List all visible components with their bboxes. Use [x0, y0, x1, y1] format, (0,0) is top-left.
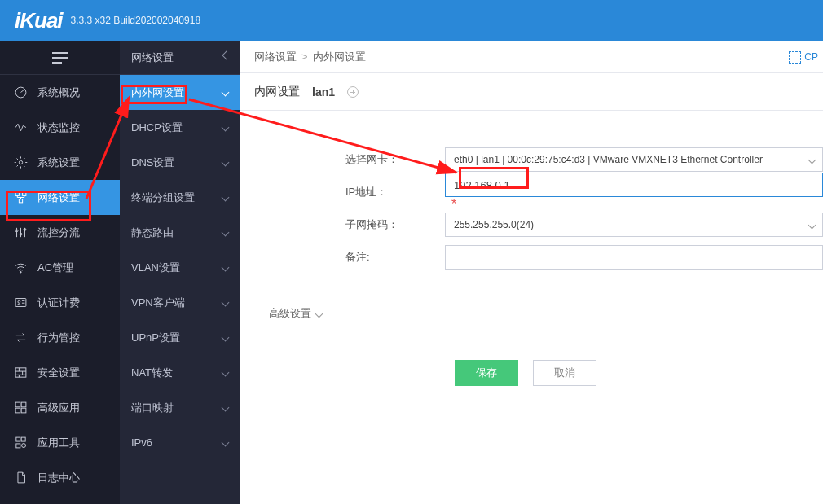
subnav-item-3[interactable]: 终端分组设置 — [120, 180, 240, 215]
subnav-item-label: DNS设置 — [131, 156, 174, 170]
nav-item-sliders[interactable]: 流控分流 — [0, 215, 120, 250]
nav-item-gear[interactable]: 系统设置 — [0, 145, 120, 180]
subnav-item-2[interactable]: DNS设置 — [120, 145, 240, 180]
tab-lan-label[interactable]: 内网设置 — [254, 85, 300, 99]
breadcrumb-leaf: 内外网设置 — [313, 50, 366, 64]
subnav-item-0[interactable]: 内外网设置 — [120, 75, 240, 110]
advanced-toggle[interactable]: 高级设置 — [269, 306, 823, 321]
chevron-down-icon — [315, 309, 323, 318]
nav-item-label: 流控分流 — [37, 226, 80, 240]
required-mark: * — [451, 197, 456, 211]
cpu-icon — [789, 51, 801, 64]
svg-rect-12 — [15, 402, 20, 407]
menu-icon — [52, 52, 68, 64]
mask-select[interactable]: 255.255.255.0(24) — [445, 213, 823, 237]
nav-item-wave[interactable]: 状态监控 — [0, 110, 120, 145]
ip-label: IP地址： — [240, 185, 445, 199]
gear-icon — [13, 156, 28, 170]
subnav-item-8[interactable]: NAT转发 — [120, 355, 240, 390]
secondary-nav-title[interactable]: 网络设置 — [120, 41, 240, 75]
svg-rect-14 — [15, 408, 20, 413]
svg-point-19 — [21, 444, 25, 448]
version-text: 3.3.3 x32 Build202002040918 — [71, 15, 200, 26]
nav-item-label: 应用工具 — [37, 436, 80, 450]
nic-select[interactable]: eth0 | lan1 | 00:0c:29:75:c4:d3 | VMware… — [445, 147, 823, 172]
svg-rect-16 — [15, 437, 20, 441]
cancel-button[interactable]: 取消 — [533, 360, 596, 386]
svg-point-8 — [20, 271, 20, 272]
cpu-indicator[interactable]: CP — [789, 41, 818, 73]
subnav-item-label: UPnP设置 — [131, 331, 180, 345]
tab-lan-iface[interactable]: lan1 — [312, 85, 335, 99]
nav-item-label: AC管理 — [37, 261, 73, 275]
breadcrumb: 网络设置 > 内外网设置 CP — [240, 41, 823, 73]
subnav-item-label: VPN客户端 — [131, 296, 185, 310]
nav-item-app[interactable]: 高级应用 — [0, 390, 120, 425]
nav-item-doc[interactable]: 日志中心 — [0, 460, 120, 495]
nav-item-idcard[interactable]: 认证计费 — [0, 285, 120, 320]
secondary-nav: 网络设置 内外网设置DHCP设置DNS设置终端分组设置静态路由VLAN设置VPN… — [120, 41, 240, 504]
ip-input[interactable] — [445, 173, 823, 197]
nav-item-label: 安全设置 — [37, 366, 80, 380]
breadcrumb-root[interactable]: 网络设置 — [254, 50, 297, 64]
nav-item-label: 网络设置 — [37, 191, 80, 205]
svg-point-1 — [19, 160, 22, 164]
svg-rect-9 — [15, 299, 26, 307]
svg-rect-18 — [15, 444, 20, 448]
nav-item-net[interactable]: 网络设置 — [0, 180, 120, 215]
svg-rect-17 — [21, 437, 25, 441]
add-tab-icon[interactable] — [347, 86, 359, 98]
nav-item-label: 系统设置 — [37, 156, 80, 170]
sliders-icon — [13, 226, 28, 240]
save-button[interactable]: 保存 — [455, 360, 518, 386]
note-label: 备注: — [240, 250, 445, 265]
main-panel: 网络设置 > 内外网设置 CP 内网设置 lan1 选择网卡： eth0 | l… — [240, 41, 823, 504]
nav-item-label: 认证计费 — [37, 296, 80, 310]
subnav-item-label: 静态路由 — [131, 226, 174, 240]
nav-item-wifi[interactable]: AC管理 — [0, 250, 120, 285]
nav-item-label: 系统概况 — [37, 85, 80, 100]
subnav-item-label: 内外网设置 — [131, 85, 184, 100]
subnav-item-5[interactable]: VLAN设置 — [120, 250, 240, 285]
nav-item-firewall[interactable]: 安全设置 — [0, 355, 120, 390]
nav-item-tool[interactable]: 应用工具 — [0, 425, 120, 460]
chevron-down-icon — [222, 264, 230, 272]
note-input[interactable] — [445, 245, 823, 270]
primary-nav: 系统概况状态监控系统设置网络设置流控分流AC管理认证计费行为管控安全设置高级应用… — [0, 41, 120, 504]
chevron-down-icon — [222, 439, 230, 447]
idcard-icon — [13, 296, 28, 310]
subnav-item-label: NAT转发 — [131, 366, 173, 380]
collapse-button[interactable] — [0, 41, 120, 75]
tool-icon — [13, 436, 28, 450]
tab-bar: 内网设置 lan1 — [240, 73, 823, 111]
nav-item-gauge[interactable]: 系统概况 — [0, 75, 120, 110]
brand-logo: iKuai — [15, 8, 63, 33]
chevron-down-icon — [222, 404, 230, 412]
secondary-nav-title-text: 网络设置 — [131, 50, 174, 65]
net-icon — [13, 191, 28, 205]
subnav-item-9[interactable]: 端口映射 — [120, 390, 240, 425]
svg-rect-11 — [15, 368, 26, 377]
subnav-item-label: VLAN设置 — [131, 261, 180, 275]
mask-label: 子网掩码： — [240, 217, 445, 232]
subnav-item-label: DHCP设置 — [131, 121, 183, 135]
subnav-item-7[interactable]: UPnP设置 — [120, 320, 240, 355]
wifi-icon — [13, 261, 28, 275]
firewall-icon — [13, 366, 28, 380]
subnav-item-1[interactable]: DHCP设置 — [120, 110, 240, 145]
wave-icon — [13, 121, 28, 135]
advanced-label: 高级设置 — [269, 306, 311, 321]
svg-rect-13 — [21, 402, 26, 407]
subnav-item-label: 端口映射 — [131, 401, 174, 415]
subnav-item-4[interactable]: 静态路由 — [120, 215, 240, 250]
chevron-down-icon — [222, 299, 230, 307]
nav-item-label: 日志中心 — [37, 471, 80, 485]
svg-rect-2 — [15, 192, 19, 195]
subnav-item-6[interactable]: VPN客户端 — [120, 285, 240, 320]
app-icon — [13, 401, 28, 415]
chevron-down-icon — [222, 194, 230, 202]
doc-icon — [13, 471, 28, 485]
subnav-item-10[interactable]: IPv6 — [120, 425, 240, 460]
nav-item-swap[interactable]: 行为管控 — [0, 320, 120, 355]
nav-item-label: 高级应用 — [37, 401, 80, 415]
